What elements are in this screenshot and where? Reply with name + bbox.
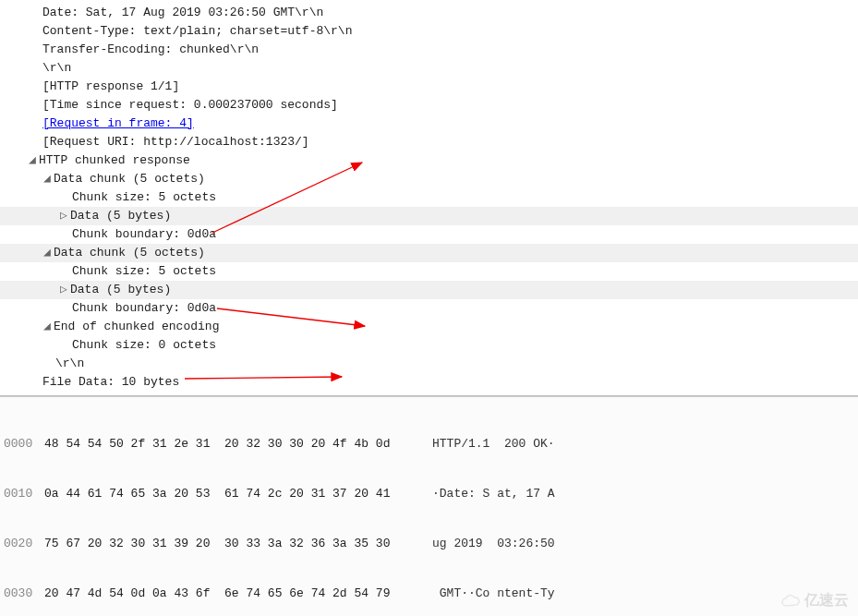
- chunk2-boundary[interactable]: Chunk boundary: 0d0a: [0, 299, 858, 318]
- header-crlf[interactable]: \r\n: [0, 59, 858, 78]
- end-chunk-size[interactable]: Chunk size: 0 octets: [0, 336, 858, 355]
- http-chunked-response[interactable]: ◢HTTP chunked response: [0, 151, 858, 170]
- collapse-icon[interactable]: ◢: [42, 245, 52, 261]
- expand-icon[interactable]: ▷: [59, 208, 68, 224]
- trailing-crlf[interactable]: \r\n: [0, 355, 858, 373]
- data-chunk-1[interactable]: ◢Data chunk (5 octets): [0, 170, 858, 188]
- header-date[interactable]: Date: Sat, 17 Aug 2019 03:26:50 GMT\r\n: [0, 4, 858, 22]
- chunk1-size[interactable]: Chunk size: 5 octets: [0, 188, 858, 207]
- chunk1-boundary[interactable]: Chunk boundary: 0d0a: [0, 225, 858, 244]
- hex-row[interactable]: 003020 47 4d 54 0d 0a 43 6f 6e 74 65 6e …: [4, 586, 858, 602]
- collapse-icon[interactable]: ◢: [28, 152, 37, 169]
- http-response[interactable]: [HTTP response 1/1]: [0, 78, 858, 96]
- chunk2-size[interactable]: Chunk size: 5 octets: [0, 262, 858, 281]
- chunk2-data[interactable]: ▷Data (5 bytes): [0, 281, 858, 299]
- file-data[interactable]: File Data: 10 bytes: [0, 373, 858, 392]
- expand-icon[interactable]: ▷: [59, 282, 68, 298]
- request-in-frame-link[interactable]: [Request in frame: 4]: [42, 116, 194, 130]
- collapse-icon[interactable]: ◢: [42, 319, 52, 335]
- watermark: 亿速云: [780, 591, 849, 610]
- cloud-icon: [780, 593, 801, 610]
- chunk1-data[interactable]: ▷Data (5 bytes): [0, 207, 858, 225]
- packet-details-pane[interactable]: Date: Sat, 17 Aug 2019 03:26:50 GMT\r\n …: [0, 0, 858, 396]
- hex-row[interactable]: 002075 67 20 32 30 31 39 20 30 33 3a 32 …: [4, 536, 858, 552]
- header-content-type[interactable]: Content-Type: text/plain; charset=utf-8\…: [0, 22, 858, 41]
- hex-row[interactable]: 00100a 44 61 74 65 3a 20 53 61 74 2c 20 …: [4, 486, 858, 502]
- hex-row[interactable]: 000048 54 54 50 2f 31 2e 31 20 32 30 30 …: [4, 436, 858, 453]
- time-since-request[interactable]: [Time since request: 0.000237000 seconds…: [0, 96, 858, 115]
- request-uri[interactable]: [Request URI: http://localhost:1323/]: [0, 133, 858, 151]
- end-of-chunked[interactable]: ◢End of chunked encoding: [0, 318, 858, 336]
- hex-dump-pane[interactable]: 000048 54 54 50 2f 31 2e 31 20 32 30 30 …: [0, 396, 858, 616]
- header-transfer-enc[interactable]: Transfer-Encoding: chunked\r\n: [0, 41, 858, 59]
- collapse-icon[interactable]: ◢: [42, 171, 52, 187]
- data-chunk-2[interactable]: ◢Data chunk (5 octets): [0, 244, 858, 262]
